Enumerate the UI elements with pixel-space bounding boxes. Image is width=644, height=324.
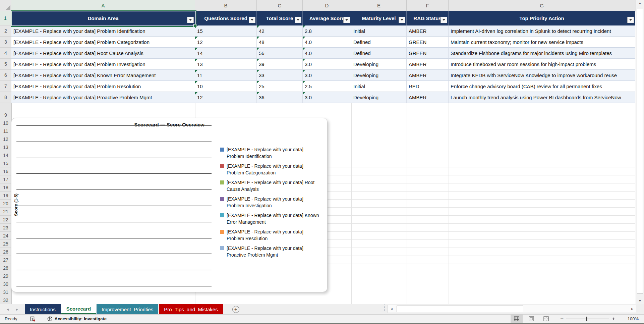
row-header-4[interactable]: 4 [0, 48, 11, 59]
table-cell[interactable]: 56 [257, 48, 303, 59]
row-header-20[interactable]: 20 [0, 200, 11, 208]
filter-dropdown-button[interactable] [187, 17, 194, 23]
new-sheet-button[interactable]: + [232, 306, 239, 313]
table-cell[interactable]: Standardize Fishbone diagrams for major … [449, 48, 635, 59]
table-cell[interactable]: Launch monthly trend analysis using Powe… [449, 92, 635, 103]
row-header-32[interactable]: 32 [0, 296, 11, 304]
table-header-cell[interactable]: RAG Status [407, 11, 449, 25]
table-cell[interactable]: 2.5 [303, 81, 351, 92]
row-header-21[interactable]: 21 [0, 208, 11, 216]
row-header-9[interactable]: 9 [0, 111, 11, 119]
table-header-cell[interactable]: Average Score [303, 11, 351, 25]
table-cell[interactable]: [EXAMPLE - Replace with your data] Root … [11, 48, 195, 59]
table-cell[interactable]: 15 [195, 25, 257, 37]
table-cell[interactable]: Implement AI-driven log correlation in S… [449, 25, 635, 37]
column-header-B[interactable]: B [195, 0, 257, 11]
sheet-tab-pro_tips_and_mistakes[interactable]: Pro_Tips_and_Mistakes [159, 304, 223, 314]
normal-view-button[interactable] [511, 315, 523, 323]
accessibility-status[interactable]: Accessibility: Investigate [47, 316, 107, 322]
table-cell[interactable]: 13 [195, 59, 257, 70]
table-cell[interactable]: Developing [351, 70, 407, 81]
table-header-cell[interactable]: Total Score [257, 11, 303, 25]
row-header-18[interactable]: 18 [0, 183, 11, 192]
table-header-cell[interactable]: Maturity Level [351, 11, 407, 25]
sheet-tab-improvement_priorities[interactable]: Improvement_Priorities [97, 304, 158, 314]
page-layout-view-button[interactable] [525, 315, 537, 323]
column-header-F[interactable]: F [407, 0, 449, 11]
table-cell[interactable]: 3.0 [303, 70, 351, 81]
table-cell[interactable]: RED [407, 81, 449, 92]
legend-item[interactable]: [EXAMPLE - Replace with your data] Known… [220, 212, 328, 225]
horizontal-scrollbar-thumb[interactable] [397, 306, 523, 312]
row-header-13[interactable]: 13 [0, 143, 11, 151]
table-cell[interactable]: 48 [257, 37, 303, 48]
zoom-slider-thumb[interactable] [586, 317, 587, 321]
table-cell[interactable]: Developing [351, 92, 407, 103]
row-header-1[interactable]: 1 [0, 11, 11, 25]
row-header-8[interactable]: 8 [0, 92, 11, 103]
column-header-C[interactable]: C [257, 0, 303, 11]
column-header-A[interactable]: A [11, 0, 195, 11]
scroll-down-arrow-icon[interactable]: ▼ [636, 299, 644, 303]
row-header-7[interactable]: 7 [0, 81, 11, 92]
table-cell[interactable]: Introduce timeboxed war room sessions fo… [449, 59, 635, 70]
scroll-up-arrow-icon[interactable]: ▲ [636, 1, 644, 5]
row-header-2[interactable]: 2 [0, 25, 11, 37]
row-header-15[interactable]: 15 [0, 159, 11, 167]
legend-item[interactable]: [EXAMPLE - Replace with your data]Proble… [220, 146, 328, 160]
table-cell[interactable]: 3.0 [303, 59, 351, 70]
horizontal-scrollbar[interactable]: ◄ ► [388, 305, 636, 313]
scroll-left-arrow-icon[interactable]: ◄ [388, 305, 395, 313]
table-header-cell[interactable]: Top Priority Action [449, 11, 635, 25]
row-header-28[interactable]: 28 [0, 264, 11, 272]
row-header-29[interactable]: 29 [0, 272, 11, 280]
fill-handle[interactable] [193, 24, 196, 27]
row-header-12[interactable]: 12 [0, 135, 11, 143]
table-cell[interactable]: Defined [351, 48, 407, 59]
row-header-17[interactable]: 17 [0, 175, 11, 183]
table-cell[interactable]: Initial [351, 25, 407, 37]
row-header-27[interactable]: 27 [0, 256, 11, 264]
legend-item[interactable]: [EXAMPLE - Replace with your data]Proble… [220, 196, 328, 209]
table-cell[interactable]: Developing [351, 59, 407, 70]
column-header-G[interactable]: G [449, 0, 635, 11]
row-header-10[interactable]: 10 [0, 119, 11, 127]
row-header-22[interactable]: 22 [0, 216, 11, 224]
legend-item[interactable]: [EXAMPLE - Replace with your data] RootC… [220, 179, 328, 193]
table-cell[interactable]: 25 [257, 81, 303, 92]
table-cell[interactable]: GREEN [407, 48, 449, 59]
legend-item[interactable]: [EXAMPLE - Replace with your data]Proact… [220, 245, 328, 258]
table-cell[interactable]: [EXAMPLE - Replace with your data] Probl… [11, 37, 195, 48]
legend-item[interactable]: [EXAMPLE - Replace with your data]Proble… [220, 163, 328, 176]
table-cell[interactable]: AMBER [407, 59, 449, 70]
table-cell[interactable]: [EXAMPLE - Replace with your data] Known… [11, 70, 195, 81]
row-header-31[interactable]: 31 [0, 288, 11, 296]
vertical-scrollbar[interactable]: ▲ ▼ [636, 0, 644, 304]
filter-dropdown-button[interactable] [295, 17, 301, 23]
table-cell[interactable]: 33 [257, 70, 303, 81]
table-cell[interactable]: 39 [257, 59, 303, 70]
table-cell[interactable]: 36 [257, 92, 303, 103]
table-header-cell[interactable]: Questions Scored [195, 11, 257, 25]
row-header-16[interactable]: 16 [0, 167, 11, 175]
zoom-slider[interactable] [566, 319, 609, 319]
table-cell[interactable]: AMBER [407, 70, 449, 81]
table-cell[interactable]: [EXAMPLE - Replace with your data] Probl… [11, 81, 195, 92]
table-cell[interactable]: AMBER [407, 25, 449, 37]
scorecard-chart[interactable]: Scorecard — Score Overview Score (1-5) [… [11, 118, 328, 292]
filter-dropdown-button[interactable] [399, 17, 405, 23]
column-header-D[interactable]: D [303, 0, 351, 11]
vertical-scrollbar-thumb[interactable] [637, 9, 643, 294]
row-header-3[interactable]: 3 [0, 37, 11, 48]
page-break-view-button[interactable] [540, 315, 552, 323]
row-header-23[interactable]: 23 [0, 224, 11, 232]
table-cell[interactable]: 14 [195, 48, 257, 59]
table-cell[interactable]: 12 [195, 92, 257, 103]
table-cell[interactable]: Initial [351, 81, 407, 92]
row-header-25[interactable]: 25 [0, 240, 11, 248]
sheet-nav-left-icon[interactable]: ◄ [6, 308, 9, 311]
row-header-24[interactable]: 24 [0, 232, 11, 240]
row-header-19[interactable]: 19 [0, 192, 11, 200]
table-cell[interactable]: 4.0 [303, 48, 351, 59]
sheet-tab-scorecard[interactable]: Scorecard [61, 304, 96, 314]
